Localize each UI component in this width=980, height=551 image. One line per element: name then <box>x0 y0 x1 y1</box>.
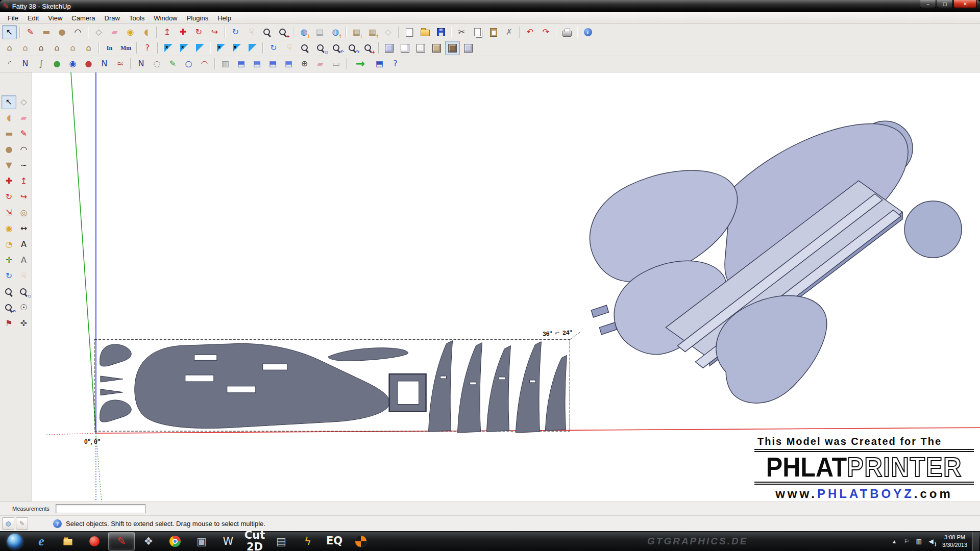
cut-button[interactable]: ✂ <box>454 25 469 39</box>
phlatcut-2-button[interactable]: ▤ <box>250 57 264 71</box>
back-view-button[interactable]: ⌂ <box>65 41 80 55</box>
phlat-triangle-x2-button[interactable]: x <box>177 41 191 55</box>
maximize-button[interactable]: ▢ <box>937 0 953 8</box>
sketchup-file-button[interactable]: ▤ <box>372 57 387 71</box>
wireframe-style-button[interactable] <box>398 41 412 55</box>
rectangle-left[interactable]: ▬ <box>2 127 16 141</box>
menu-view[interactable]: View <box>43 13 67 23</box>
zoom-tool[interactable] <box>260 25 275 39</box>
shaded-textures-style-button[interactable] <box>445 41 460 55</box>
rotated-rectangle-left[interactable]: ◇ <box>16 95 31 109</box>
part-spike-1[interactable] <box>101 376 123 382</box>
save-button[interactable] <box>433 25 448 39</box>
menu-file[interactable]: File <box>3 13 23 23</box>
push-pull-tool[interactable]: ↥ <box>160 25 175 39</box>
curve-n2-tool[interactable]: N <box>134 57 149 71</box>
cut2d-icon[interactable]: Cut2D <box>242 533 267 550</box>
part-rib-2[interactable] <box>458 343 482 433</box>
phlat-safe-button[interactable]: ▥ <box>218 57 233 71</box>
rotate-left[interactable]: ↻ <box>2 190 16 204</box>
menu-plugins[interactable]: Plugins <box>182 13 213 23</box>
place-model-button[interactable]: ◍↑ <box>328 25 343 39</box>
eq-app-icon[interactable]: EQ <box>322 533 347 550</box>
text-left[interactable]: A <box>16 237 31 252</box>
bezier-n-tool[interactable]: N <box>97 57 112 71</box>
zoom-window-left[interactable]: ▫ <box>16 285 31 299</box>
part-spike-2[interactable] <box>101 389 123 395</box>
arc-left[interactable]: ◠ <box>16 142 31 157</box>
paste-button[interactable] <box>486 25 501 39</box>
part-fin-bottom[interactable] <box>100 400 132 422</box>
pan-camera-button[interactable]: ☟ <box>282 41 297 55</box>
get-current-view-button[interactable]: ◍↓ <box>297 25 311 39</box>
phlat-triangle-x3-button[interactable]: x <box>213 41 228 55</box>
copy-button[interactable] <box>470 25 485 39</box>
follow-me-left[interactable]: ↪ <box>16 190 31 204</box>
line-left[interactable]: ✎ <box>16 127 31 141</box>
get-models-button[interactable]: ▦↓ <box>349 25 364 39</box>
paint-bucket-left[interactable]: ◖ <box>2 111 16 125</box>
menu-window[interactable]: Window <box>149 13 182 23</box>
action-center-icon[interactable]: ⚐ <box>901 535 912 548</box>
snipping-tool-icon[interactable]: ▣ <box>189 533 214 550</box>
tape-measure-tool[interactable]: ◉ <box>123 25 138 39</box>
phlat-help-button[interactable]: ? <box>140 41 155 55</box>
circle-left[interactable]: ● <box>2 142 16 157</box>
orbit-tool[interactable]: ↻ <box>228 25 243 39</box>
dashed-circle-tool[interactable]: ◌ <box>150 57 164 71</box>
zoom-extents-tool[interactable]: + <box>276 25 290 39</box>
new-button[interactable] <box>402 25 416 39</box>
phlat-center-button[interactable]: ⊕ <box>297 57 312 71</box>
bezier-point-tool[interactable]: ● <box>50 57 64 71</box>
erase-button[interactable]: ✗ <box>502 25 517 39</box>
zoom-window-button[interactable]: ▫ <box>313 41 328 55</box>
redo-button[interactable]: ↷ <box>538 25 553 39</box>
network-icon[interactable]: ▥ <box>914 535 924 548</box>
undo-button[interactable]: ↶ <box>523 25 537 39</box>
rotate-tool[interactable]: ↻ <box>191 25 206 39</box>
rotated-rectangle-tool[interactable]: ◇ <box>91 25 106 39</box>
app-icon-1[interactable]: ❖ <box>136 533 161 550</box>
zoom-camera-button[interactable] <box>298 41 312 55</box>
move-left[interactable]: ✚ <box>2 174 16 188</box>
orbit-left[interactable]: ↻ <box>2 269 16 283</box>
bezier-spline-tool[interactable]: ∫ <box>34 57 48 71</box>
phlatcut-4-button[interactable]: ▤ <box>281 57 296 71</box>
part-fin-top[interactable] <box>100 344 132 366</box>
polygon-left[interactable]: ▼ <box>2 158 16 172</box>
part-rib-1[interactable] <box>429 341 453 432</box>
offset-left[interactable]: ◎ <box>16 206 31 220</box>
top-view-button[interactable]: ⌂ <box>18 41 33 55</box>
media-player-icon[interactable] <box>82 533 107 550</box>
bezier-dot-tool[interactable]: ● <box>81 57 96 71</box>
follow-me-tool[interactable]: ↪ <box>207 25 222 39</box>
arc-tool[interactable]: ◠ <box>70 25 85 39</box>
bezier-spiral-tool[interactable]: ◉ <box>65 57 80 71</box>
phlatcut-1-button[interactable]: ▤ <box>234 57 249 71</box>
open-button[interactable] <box>418 25 432 39</box>
volume-icon[interactable]: ◀) <box>926 535 936 548</box>
units-inches-button[interactable]: In <box>102 41 117 55</box>
phlat-sheet-button[interactable]: ▭ <box>329 57 344 71</box>
eraser-tool[interactable]: ▰ <box>107 25 122 39</box>
walk-left[interactable]: ✜ <box>16 316 31 331</box>
eraser-left[interactable]: ▰ <box>16 111 31 125</box>
windows-explorer-icon[interactable] <box>55 533 81 550</box>
menu-camera[interactable]: Camera <box>67 13 100 23</box>
position-camera-left[interactable]: ⚑ <box>2 316 16 331</box>
look-around-left[interactable]: ☉ <box>16 300 31 315</box>
protractor-left[interactable]: ◔ <box>2 237 16 252</box>
axes-left[interactable]: ✛ <box>2 253 16 267</box>
pan-tool[interactable]: ☟ <box>244 25 259 39</box>
select-tool[interactable]: ↖ <box>2 25 17 39</box>
ellipse-tool[interactable]: ○ <box>181 57 196 71</box>
part-rib-3[interactable] <box>487 346 511 432</box>
bezier-curve-tool[interactable]: N <box>18 57 33 71</box>
menu-tools[interactable]: Tools <box>125 13 149 23</box>
show-desktop-button[interactable] <box>972 532 979 551</box>
phlat-triangle-x4-button[interactable]: x <box>229 41 244 55</box>
phlatcut-go-button[interactable]: → <box>350 57 371 71</box>
part-canopy-strip[interactable] <box>328 348 408 361</box>
zoom-next-button[interactable]: ↷ <box>345 41 360 55</box>
push-pull-left[interactable]: ↥ <box>16 174 31 188</box>
